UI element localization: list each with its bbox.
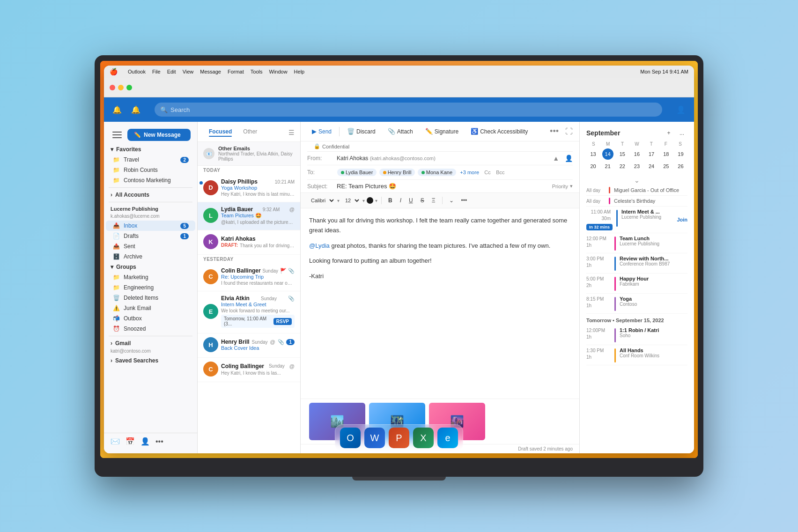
sidebar-item-deleted[interactable]: 🗑️ Deleted Items [106,293,195,303]
menubar-help[interactable]: Help [294,69,305,74]
sidebar-item-inbox[interactable]: 📥 Inbox 5 [106,221,195,231]
email-item-coling[interactable]: C Coling Ballinger Sunday @ Hey Katri, I… [198,358,300,382]
notifications-icon[interactable]: 🔔 [111,103,124,116]
calendar-expand-icon[interactable]: ⌄ [580,176,694,185]
new-message-button[interactable]: ✏️ New Message [127,129,191,141]
dock-outlook[interactable]: O [340,428,361,448]
bell-icon[interactable]: 🔔 [129,103,142,116]
cal-day-23[interactable]: 23 [631,161,643,172]
other-emails-banner[interactable]: 📧 Other Emails Northwind Trader, Elvia A… [198,142,300,166]
filter-icon[interactable]: ☰ [288,129,295,136]
tab-other[interactable]: Other [237,126,263,139]
sidebar-item-robin-counts[interactable]: 📁 Robin Counts [106,165,195,175]
sidebar-item-snoozed[interactable]: ⏰ Snoozed [106,324,195,334]
email-item-lydia[interactable]: L Lydia Bauer 9:32 AM @ Team Pictures 🤩 … [198,202,300,230]
signature-button[interactable]: ✏️ Signature [421,126,463,137]
cal-day-13[interactable]: 13 [588,148,599,160]
font-size-chevron[interactable]: ▾ [362,198,365,203]
cal-day-22[interactable]: 22 [617,161,628,172]
subject-value[interactable]: RE: Team Pictures 🤩 [337,183,548,190]
sidebar-item-archive[interactable]: 🗄️ Archive [106,251,195,262]
strikethrough-button[interactable]: S [418,196,427,205]
sidebar-item-travel[interactable]: 📁 Travel 2 [106,155,195,165]
search-bar[interactable]: 🔍 Search [155,103,662,117]
more-options-icon[interactable]: ••• [550,126,559,136]
expand-icon[interactable]: ⛶ [565,127,573,136]
email-item-elvia[interactable]: E Elvia Atkin Sunday 📎 Intern Meet & Gre… [198,291,300,333]
font-family-select[interactable]: Calibri [307,196,335,205]
to-field[interactable]: To: Lydia Bauer Henry Brill [307,165,573,180]
cal-day-26[interactable]: 26 [675,161,686,172]
menubar-outlook[interactable]: Outlook [128,69,146,74]
from-expand-icon[interactable]: ▲ [553,155,559,162]
menubar-format[interactable]: Format [228,69,244,74]
email-item-henry[interactable]: H Henry Brill Sunday @ 📎 1 Back Cover Id… [198,333,300,358]
calendar-footer-icon[interactable]: 📅 [126,437,135,446]
cal-day-14[interactable]: 14 [602,148,613,160]
groups-header[interactable]: ▾ Groups [104,262,197,272]
minimize-button[interactable] [118,85,124,90]
sidebar-item-outbox[interactable]: 📬 Outbox [106,313,195,324]
cc-button[interactable]: Cc [484,170,490,175]
cal-day-24[interactable]: 24 [646,161,657,172]
underline-button[interactable]: U [406,196,416,205]
cal-day-15[interactable]: 15 [617,148,628,160]
avatar-icon[interactable]: 👤 [565,155,573,162]
favorites-header[interactable]: ▾ Favorites [104,144,197,155]
send-button[interactable]: ▶ Send [307,126,336,137]
email-item-colin[interactable]: C Colin Ballinger Sunday 🚩 📎 Re: Upcomin… [198,264,300,291]
sidebar-item-sent[interactable]: 📤 Sent [106,241,195,251]
calendar-add-button[interactable]: + [663,127,674,139]
email-item-daisy[interactable]: D Daisy Phillips 10:21 AM Yoga Workshop … [198,175,300,202]
cal-day-16[interactable]: 16 [631,148,643,160]
sidebar-item-marketing[interactable]: 📁 Marketing [106,272,195,282]
sidebar-item-contoso-marketing[interactable]: 📁 Contoso Marketing [106,175,195,185]
apple-menu-icon[interactable]: 🍎 [110,68,118,75]
format-more-2[interactable]: ••• [458,196,470,205]
cal-day-25[interactable]: 25 [660,161,672,172]
saved-searches-header[interactable]: › Saved Searches [104,355,197,366]
dock-powerpoint[interactable]: P [389,428,409,448]
menubar-window[interactable]: Window [269,69,287,74]
contacts-icon[interactable]: 👤 [674,103,687,116]
mail-footer-icon[interactable]: ✉️ [111,437,120,446]
format-extra[interactable]: ⌄ [446,196,457,205]
cal-day-18[interactable]: 18 [660,148,672,160]
maximize-button[interactable] [126,85,132,90]
bold-button[interactable]: B [385,196,395,205]
color-chevron[interactable]: ▾ [375,198,377,203]
dock-edge[interactable]: e [437,428,458,448]
menubar-edit[interactable]: Edit [167,69,176,74]
more-footer-icon[interactable]: ••• [155,437,163,446]
dock-word[interactable]: W [364,428,385,448]
calendar-more-button[interactable]: ... [676,127,687,139]
priority-badge[interactable]: Priority ▾ [552,183,573,189]
cal-day-20[interactable]: 20 [588,161,599,172]
all-accounts-header[interactable]: › All Accounts [104,190,197,200]
contacts-footer-icon[interactable]: 👤 [140,437,150,446]
font-size-select[interactable]: 12 [341,196,361,205]
menubar-file[interactable]: File [152,69,161,74]
sidebar-item-junk[interactable]: ⚠️ Junk Email [106,303,195,313]
close-button[interactable] [110,85,115,90]
cal-day-17[interactable]: 17 [646,148,657,160]
email-body[interactable]: Thank you all for driving this workshop.… [301,208,579,399]
attach-button[interactable]: 📎 Attach [383,126,418,137]
sidebar-item-engineering[interactable]: 📁 Engineering [106,282,195,293]
hamburger-button[interactable] [111,128,124,141]
menubar-message[interactable]: Message [200,69,221,74]
font-family-chevron[interactable]: ▾ [337,198,340,203]
join-button[interactable]: Join [677,217,687,222]
gmail-header[interactable]: › Gmail [104,338,197,348]
cal-day-21[interactable]: 21 [602,161,613,172]
italic-button[interactable]: I [397,196,404,205]
email-item-katri[interactable]: K Katri Ahokas DRAFT: Thank you all for … [198,230,300,255]
tab-focused[interactable]: Focused [203,126,237,139]
sidebar-item-drafts[interactable]: 📄 Drafts 1 [106,231,195,241]
rsvp-badge[interactable]: RSVP [273,318,292,325]
format-more-button[interactable]: Ξ [429,196,438,205]
menubar-tools[interactable]: Tools [251,69,263,74]
more-recipients[interactable]: +3 more [460,170,479,175]
check-accessibility-button[interactable]: ♿ Check Accessibility [466,126,532,137]
cal-day-19[interactable]: 19 [675,148,686,160]
